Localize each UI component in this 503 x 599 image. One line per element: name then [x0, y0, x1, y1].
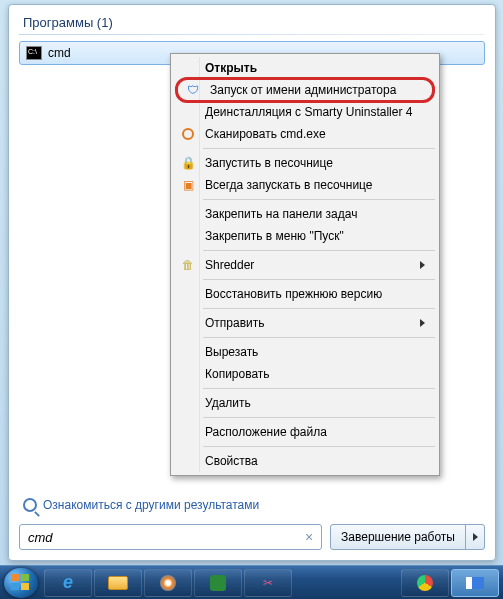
ctx-scan-cmd[interactable]: Сканировать cmd.exe: [173, 123, 437, 145]
taskbar-ie[interactable]: e: [44, 569, 92, 597]
see-more-results-link[interactable]: Ознакомиться с другими результатами: [19, 492, 485, 518]
magnifier-icon: [23, 498, 37, 512]
ctx-run-as-admin[interactable]: 🛡 Запуск от имени администратора: [175, 77, 435, 103]
start-button[interactable]: [4, 568, 38, 598]
mediacenter-icon: [210, 575, 226, 591]
ctx-restore-previous[interactable]: Восстановить прежнюю версию: [173, 283, 437, 305]
taskbar-manager[interactable]: [451, 569, 499, 597]
ctx-open[interactable]: Открыть: [173, 57, 437, 79]
wmp-icon: [160, 575, 176, 591]
taskbar-chrome[interactable]: [401, 569, 449, 597]
see-more-label: Ознакомиться с другими результатами: [43, 498, 259, 512]
separator: [203, 388, 435, 389]
separator: [203, 308, 435, 309]
taskbar-mediacenter[interactable]: [194, 569, 242, 597]
chevron-right-icon: [473, 533, 478, 541]
taskbar-explorer[interactable]: [94, 569, 142, 597]
taskbar: e ✂: [0, 565, 503, 599]
chevron-right-icon: [420, 261, 425, 269]
ctx-pin-taskbar[interactable]: Закрепить на панели задач: [173, 203, 437, 225]
shutdown-label: Завершение работы: [331, 525, 465, 549]
programs-header: Программы (1): [19, 13, 485, 34]
separator: [203, 199, 435, 200]
ctx-send-to[interactable]: Отправить: [173, 312, 437, 334]
separator: [203, 417, 435, 418]
search-box[interactable]: ×: [19, 524, 322, 550]
ctx-run-sandbox[interactable]: 🔒 Запустить в песочнице: [173, 152, 437, 174]
ctx-copy[interactable]: Копировать: [173, 363, 437, 385]
ctx-pin-start[interactable]: Закрепить в меню "Пуск": [173, 225, 437, 247]
cmd-icon: [26, 46, 42, 60]
folder-icon: [108, 576, 128, 590]
ctx-open-location[interactable]: Расположение файла: [173, 421, 437, 443]
scissors-icon: ✂: [263, 576, 273, 590]
separator: [203, 446, 435, 447]
ctx-always-sandbox[interactable]: ▣ Всегда запускать в песочнице: [173, 174, 437, 196]
shutdown-button[interactable]: Завершение работы: [330, 524, 485, 550]
separator: [203, 279, 435, 280]
lock-icon: 🔒: [181, 157, 196, 169]
clear-search-button[interactable]: ×: [301, 529, 317, 545]
taskbar-snip[interactable]: ✂: [244, 569, 292, 597]
context-menu: Открыть 🛡 Запуск от имени администратора…: [170, 53, 440, 476]
divider: [19, 34, 485, 35]
ctx-cut[interactable]: Вырезать: [173, 341, 437, 363]
taskbar-wmp[interactable]: [144, 569, 192, 597]
sandbox-icon: ▣: [183, 179, 194, 191]
shield-icon: 🛡: [187, 84, 199, 96]
chrome-icon: [417, 575, 433, 591]
ctx-shredder[interactable]: 🗑 Shredder: [173, 254, 437, 276]
separator: [203, 250, 435, 251]
ctx-delete[interactable]: Удалить: [173, 392, 437, 414]
ie-icon: e: [63, 572, 73, 593]
shredder-icon: 🗑: [182, 259, 194, 271]
chevron-right-icon: [420, 319, 425, 327]
ctx-uninstall-smarty[interactable]: Деинсталляция с Smarty Uninstaller 4: [173, 101, 437, 123]
manager-icon: [466, 577, 484, 589]
result-label: cmd: [48, 46, 71, 60]
scan-icon: [182, 128, 194, 140]
ctx-properties[interactable]: Свойства: [173, 450, 437, 472]
separator: [203, 337, 435, 338]
separator: [203, 148, 435, 149]
search-input[interactable]: [28, 530, 301, 545]
shutdown-options-button[interactable]: [466, 525, 484, 549]
